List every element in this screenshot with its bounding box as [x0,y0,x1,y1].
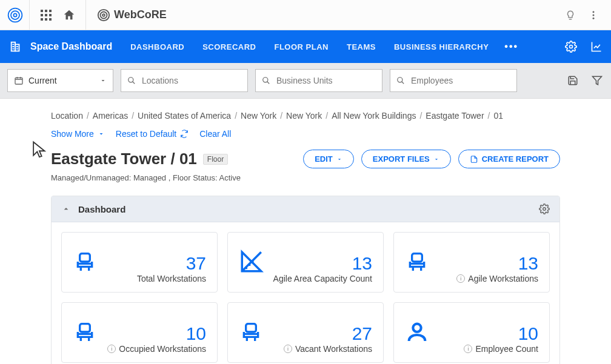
tab-teams[interactable]: TEAMS [347,42,376,51]
settings-icon[interactable] [564,39,578,54]
search-business-units[interactable] [255,69,382,92]
card-label: i Occupied Workstations [107,344,206,354]
apps-grid-icon[interactable] [35,4,58,27]
dashboard-panel: Dashboard 37 Total Workstations13 Agile … [51,196,560,364]
svg-rect-7 [45,14,47,16]
svg-point-13 [101,12,107,18]
svg-rect-6 [41,14,43,16]
clear-all-link[interactable]: Clear All [199,129,231,139]
tab-dashboard[interactable]: DASHBOARD [130,42,184,51]
breadcrumb-item[interactable]: 01 [493,111,503,121]
card-icon [405,250,429,276]
document-icon [470,155,478,164]
floor-chip: Floor [203,154,228,165]
tab-floor-plan[interactable]: FLOOR PLAN [274,42,329,51]
divider [29,0,30,30]
card-label: Agile Area Capacity Count [273,274,372,283]
page-title: Space Dashboard [30,41,112,52]
chevron-up-icon[interactable] [61,204,71,214]
show-more-link[interactable]: Show More [51,129,105,139]
svg-point-14 [102,14,105,16]
divider [85,0,86,30]
dropdown-value: Current [28,76,57,85]
content: Location/ Americas/ United States of Ame… [0,99,611,364]
svg-point-22 [129,78,133,82]
gear-icon[interactable] [539,204,550,214]
breadcrumb-item[interactable]: Location [51,111,83,121]
card-icon [239,320,263,346]
svg-rect-8 [49,14,52,16]
card-value: 10 [518,325,538,343]
svg-rect-9 [41,18,43,21]
card-icon [73,320,97,346]
metric-card: 27i Vacant Workstations [227,302,384,363]
info-icon[interactable]: i [464,345,472,353]
create-report-button[interactable]: CREATE REPORT [458,150,560,168]
save-icon[interactable] [566,74,579,87]
metric-card: 13i Agile Workstations [393,232,550,293]
search-locations[interactable] [121,69,248,92]
reset-link[interactable]: Reset to Default [116,129,189,139]
card-label: i Agile Workstations [456,274,538,283]
card-value: 10 [186,325,206,343]
card-icon [405,320,429,346]
title-row: Eastgate Tower / 01 Floor Managed/Unmana… [8,150,603,182]
breadcrumb-item[interactable]: New York [241,111,276,121]
caret-down-icon [99,77,107,84]
card-icon [239,249,264,277]
more-vert-icon[interactable] [582,4,605,27]
home-icon[interactable] [58,4,81,27]
search-employees-input[interactable] [411,76,510,85]
svg-point-17 [593,17,595,19]
lightbulb-icon[interactable] [559,4,582,27]
svg-rect-11 [49,18,52,21]
svg-rect-5 [49,10,52,12]
edit-button[interactable]: EDIT [303,150,354,168]
export-button[interactable]: EXPORT FILES [361,150,451,168]
building-icon [7,38,24,55]
brand-icon [97,8,110,22]
card-label: Total Workstations [137,274,206,283]
info-icon[interactable]: i [284,345,292,353]
svg-point-25 [543,208,546,211]
breadcrumb-item[interactable]: Eastgate Tower [426,111,484,121]
svg-point-30 [413,324,421,332]
filter-icon[interactable] [590,74,604,87]
refresh-icon [180,130,189,138]
card-value: 27 [352,325,372,343]
svg-rect-26 [80,254,90,262]
svg-rect-4 [45,10,47,12]
brand-name: WebCoRE [97,8,167,22]
card-label: i Vacant Workstations [284,344,372,354]
brand-text: WebCoRE [114,8,167,21]
breadcrumb: Location/ Americas/ United States of Ame… [8,106,603,125]
calendar-icon [14,76,24,85]
search-business-units-input[interactable] [276,76,376,85]
breadcrumb-item[interactable]: New York [286,111,322,121]
main-nav: Space Dashboard DASHBOARD SCORECARD FLOO… [0,30,611,63]
search-icon [396,76,405,85]
breadcrumb-item[interactable]: All New York Buildings [332,111,416,121]
tab-business-hierarchy[interactable]: BUSINESS HIERARCHY [394,42,489,51]
search-locations-input[interactable] [142,76,241,85]
more-tabs-icon[interactable]: ••• [504,41,518,52]
nav-tabs: DASHBOARD SCORECARD FLOOR PLAN TEAMS BUS… [130,42,489,51]
tab-scorecard[interactable]: SCORECARD [202,42,256,51]
info-icon[interactable]: i [107,345,116,353]
card-value: 37 [186,254,206,273]
search-employees[interactable] [390,69,517,92]
breadcrumb-item[interactable]: Americas [93,111,128,121]
card-value: 13 [352,254,372,273]
info-icon[interactable]: i [456,274,465,283]
chart-icon[interactable] [589,39,604,54]
search-icon [262,76,270,85]
svg-point-0 [8,8,22,22]
svg-rect-10 [45,18,47,21]
filter-bar: Current [0,63,611,99]
card-value: 13 [518,254,538,273]
period-dropdown[interactable]: Current [7,69,113,92]
breadcrumb-item[interactable]: United States of America [138,111,231,121]
card-icon [73,250,97,276]
page-heading: Eastgate Tower / 01 Floor [51,150,241,168]
panel-title: Dashboard [78,204,125,214]
